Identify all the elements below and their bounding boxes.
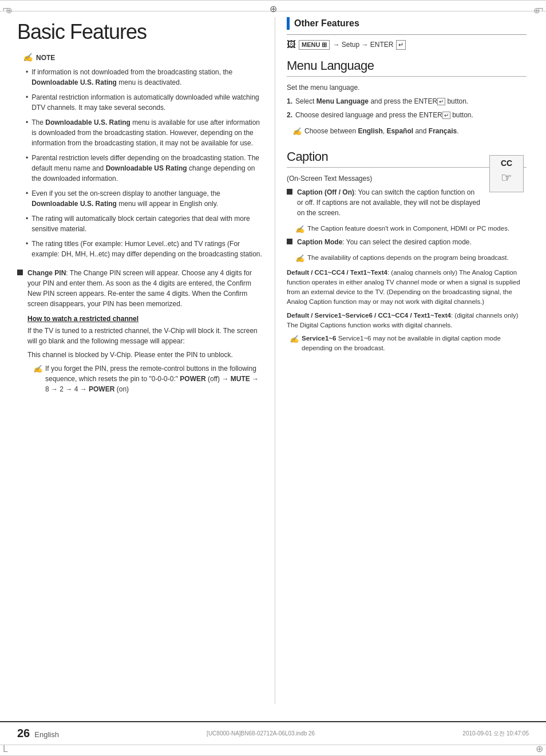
cc-label: CC	[501, 159, 512, 168]
page: ⌐ ¬ ⊕ ⊕ ⊕ Basic Features ✍ NOTE If infor…	[0, 0, 546, 756]
other-features-title: Other Features	[294, 18, 359, 29]
restricted-channel-title: How to watch a restricted channel	[27, 315, 263, 323]
side-mark-right: ⊕	[533, 6, 540, 15]
menu-language-note: ✍ Choose between English, Español and Fr…	[287, 126, 527, 137]
restricted-channel-text1: If the TV is tuned to a restricted chann…	[27, 326, 263, 346]
note-header: ✍ NOTE	[23, 53, 263, 62]
page-language: English	[34, 730, 59, 739]
blue-bar	[287, 17, 290, 30]
menu-language-title: Menu Language	[287, 58, 527, 73]
note-inline-icon: ✍	[33, 363, 42, 375]
corner-mark-br: ⊕	[536, 743, 543, 754]
change-pin-section: Change PIN: The Change PIN screen will a…	[17, 268, 263, 309]
other-features-header: Other Features	[287, 17, 527, 30]
note-inline-icon-lang: ✍	[292, 126, 302, 137]
list-item: 1. Select Menu Language and press the EN…	[287, 96, 527, 106]
corner-mark-bl: L	[3, 744, 8, 754]
list-item: The Downloadable U.S. Rating menu is ava…	[26, 117, 263, 148]
page-number: 26	[17, 727, 30, 740]
menu-box: MENU ⊞	[299, 40, 330, 50]
cc-button-graphic: CC ☞	[489, 155, 524, 192]
note-list: If information is not downloaded from th…	[23, 67, 263, 259]
bullet-icon-caption	[287, 189, 292, 195]
restricted-channel-text2: This channel is blocked by V-Chip. Pleas…	[27, 350, 263, 360]
menu-nav-text: → Setup → ENTER	[333, 41, 393, 49]
list-item: If information is not downloaded from th…	[26, 67, 263, 88]
bullet-icon	[17, 270, 23, 275]
page-title: Basic Features	[17, 20, 263, 44]
list-item: Even if you set the on-screen display to…	[26, 188, 263, 209]
default-cc1-text: Default / CC1~CC4 / Text1~Text4: (analog…	[287, 268, 527, 307]
pin-note: ✍ If you forget the PIN, press the remot…	[27, 363, 263, 394]
list-item: 2. Choose desired language and press the…	[287, 110, 527, 120]
list-item: The rating will automatically block cert…	[26, 213, 263, 234]
enter-icon: ↵	[396, 40, 406, 50]
other-features-divider	[287, 34, 527, 35]
content-area: Basic Features ✍ NOTE If information is …	[0, 11, 546, 721]
right-column: Other Features 🖼 MENU ⊞ → Setup → ENTER …	[275, 17, 527, 704]
restricted-channel-section: How to watch a restricted channel If the…	[17, 315, 263, 394]
list-item: Parental restriction levels differ depen…	[26, 153, 263, 184]
menu-icon: 🖼	[287, 39, 296, 50]
note-section: ✍ NOTE If information is not downloaded …	[17, 53, 263, 259]
default-service-text: Default / Service1~Service6 / CC1~CC4 / …	[287, 311, 527, 331]
list-item: Parental restriction information is auto…	[26, 92, 263, 113]
list-item: The rating titles (For example: Humor Le…	[26, 239, 263, 259]
footer-filename: [UC8000-NA]BN68-02712A-06L03.indb 26	[207, 730, 315, 737]
left-column: Basic Features ✍ NOTE If information is …	[17, 17, 275, 704]
menu-language-steps: 1. Select Menu Language and press the EN…	[287, 96, 527, 120]
note-icon: ✍	[23, 53, 33, 62]
caption-mode-note: ✍ The availability of captions depends o…	[290, 253, 527, 264]
bullet-icon-caption-mode	[287, 239, 292, 244]
center-icon: ⊕	[0, 1, 546, 14]
caption-mode: Caption Mode: You can select the desired…	[287, 237, 527, 247]
footer-date: 2010-09-01 오전 10:47:05	[462, 730, 529, 738]
note-header-label: NOTE	[36, 54, 55, 62]
finger-icon: ☞	[501, 171, 512, 185]
service-note: ✍ Service1~6 Service1~6 may not be avail…	[290, 334, 527, 354]
menu-language-intro: Set the menu language.	[287, 82, 527, 93]
caption-off-on-note: ✍ The Caption feature doesn't work in Co…	[290, 224, 527, 235]
menu-nav: 🖼 MENU ⊞ → Setup → ENTER ↵	[287, 39, 527, 50]
side-mark-left: ⊕	[6, 6, 13, 15]
menu-language-divider	[287, 76, 527, 77]
footer: 26 English [UC8000-NA]BN68-02712A-06L03.…	[0, 721, 546, 745]
caption-section: Caption (On-Screen Text Messages) CC ☞ C…	[287, 149, 527, 354]
